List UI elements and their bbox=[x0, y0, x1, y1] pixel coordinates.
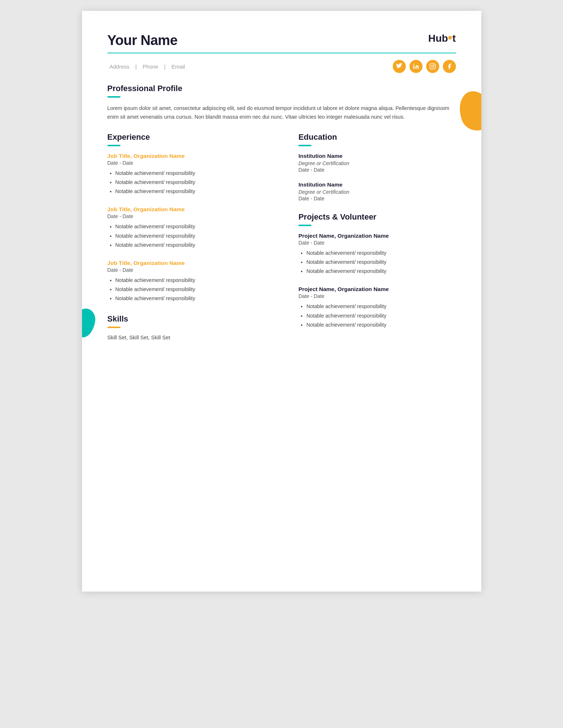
job-achievement-3-2: Notable achievement/ responsibility bbox=[115, 285, 281, 294]
header-divider bbox=[107, 53, 456, 53]
svg-point-2 bbox=[434, 65, 435, 65]
facebook-icon[interactable] bbox=[443, 60, 456, 73]
decorative-shape-teal bbox=[82, 307, 97, 339]
job-title-1: Job Title, Organization Name bbox=[107, 153, 281, 159]
hubspot-logo: Hubt bbox=[428, 33, 456, 44]
job-title-3: Job Title, Organization Name bbox=[107, 260, 281, 266]
project-date-2: Date - Date bbox=[298, 293, 456, 299]
experience-underline bbox=[107, 145, 121, 146]
project-title-2: Project Name, Organization Name bbox=[298, 286, 456, 293]
job-entry-3: Job Title, Organization Name Date - Date… bbox=[107, 260, 281, 303]
job-achievement-1-2: Notable achievement/ responsibility bbox=[115, 178, 281, 187]
job-title-2: Job Title, Organization Name bbox=[107, 206, 281, 213]
edu-date-1: Date - Date bbox=[298, 167, 456, 173]
left-column: Experience Job Title, Organization Name … bbox=[107, 132, 281, 340]
profile-section-title: Professional Profile bbox=[107, 84, 456, 93]
degree-1: Degree or Certification bbox=[298, 160, 456, 166]
job-achievement-1-1: Notable achievement/ responsibility bbox=[115, 169, 281, 178]
project-achievement-1-2: Notable achievement/ responsibility bbox=[306, 258, 456, 267]
edu-entry-2: Institution Name Degree or Certification… bbox=[298, 181, 456, 201]
right-column: Education Institution Name Degree or Cer… bbox=[298, 132, 456, 340]
job-list-1: Notable achievement/ responsibility Nota… bbox=[107, 169, 281, 196]
project-list-1: Notable achievement/ responsibility Nota… bbox=[298, 249, 456, 276]
project-achievement-2-1: Notable achievement/ responsibility bbox=[306, 302, 456, 311]
job-achievement-2-2: Notable achievement/ responsibility bbox=[115, 232, 281, 241]
education-underline bbox=[298, 145, 311, 146]
job-achievement-2-3: Notable achievement/ responsibility bbox=[115, 241, 281, 250]
header: Your Name Hubt bbox=[107, 33, 456, 48]
project-achievement-1-3: Notable achievement/ responsibility bbox=[306, 267, 456, 276]
contact-info: Address | Phone | Email bbox=[107, 64, 187, 70]
logo-dot bbox=[448, 36, 452, 40]
institution-2: Institution Name bbox=[298, 181, 456, 188]
instagram-icon[interactable] bbox=[426, 60, 439, 73]
contact-row: Address | Phone | Email bbox=[107, 60, 456, 73]
projects-underline bbox=[298, 225, 311, 226]
job-date-1: Date - Date bbox=[107, 160, 281, 166]
project-entry-2: Project Name, Organization Name Date - D… bbox=[298, 286, 456, 330]
projects-title: Projects & Volunteer bbox=[298, 212, 456, 222]
job-entry-2: Job Title, Organization Name Date - Date… bbox=[107, 206, 281, 250]
resume-page: Your Name Hubt Address | Phone | Email bbox=[82, 11, 481, 592]
linkedin-icon[interactable] bbox=[409, 60, 423, 73]
two-column-layout: Experience Job Title, Organization Name … bbox=[107, 132, 456, 340]
job-date-3: Date - Date bbox=[107, 267, 281, 273]
email: Email bbox=[171, 64, 185, 70]
project-title-1: Project Name, Organization Name bbox=[298, 233, 456, 239]
phone: Phone bbox=[143, 64, 158, 70]
projects-section: Projects & Volunteer Project Name, Organ… bbox=[298, 212, 456, 330]
edu-date-2: Date - Date bbox=[298, 196, 456, 201]
profile-section: Professional Profile Lorem ipsum dolor s… bbox=[107, 84, 456, 122]
job-list-3: Notable achievement/ responsibility Nota… bbox=[107, 276, 281, 303]
skills-section: Skills Skill Set, Skill Set, Skill Set bbox=[107, 314, 281, 340]
job-achievement-2-1: Notable achievement/ responsibility bbox=[115, 222, 281, 231]
address: Address bbox=[110, 64, 130, 70]
institution-1: Institution Name bbox=[298, 153, 456, 159]
degree-2: Degree or Certification bbox=[298, 189, 456, 195]
job-achievement-1-3: Notable achievement/ responsibility bbox=[115, 187, 281, 196]
svg-rect-0 bbox=[430, 64, 435, 69]
job-achievement-3-1: Notable achievement/ responsibility bbox=[115, 276, 281, 285]
decorative-shape-yellow bbox=[453, 86, 481, 135]
job-list-2: Notable achievement/ responsibility Nota… bbox=[107, 222, 281, 250]
project-achievement-2-2: Notable achievement/ responsibility bbox=[306, 311, 456, 320]
experience-title: Experience bbox=[107, 132, 281, 142]
job-achievement-3-3: Notable achievement/ responsibility bbox=[115, 294, 281, 303]
project-list-2: Notable achievement/ responsibility Nota… bbox=[298, 302, 456, 330]
svg-point-1 bbox=[432, 65, 434, 68]
social-icons bbox=[393, 60, 456, 73]
profile-body: Lorem ipsum dolor sit amet, consectetur … bbox=[107, 104, 456, 122]
experience-section: Experience Job Title, Organization Name … bbox=[107, 132, 281, 303]
education-title: Education bbox=[298, 132, 456, 142]
resume-name: Your Name bbox=[107, 33, 178, 48]
project-entry-1: Project Name, Organization Name Date - D… bbox=[298, 233, 456, 276]
project-date-1: Date - Date bbox=[298, 240, 456, 246]
separator-2: | bbox=[164, 64, 166, 70]
profile-underline bbox=[107, 96, 121, 98]
skills-list: Skill Set, Skill Set, Skill Set bbox=[107, 335, 281, 340]
project-achievement-1-1: Notable achievement/ responsibility bbox=[306, 249, 456, 258]
edu-entry-1: Institution Name Degree or Certification… bbox=[298, 153, 456, 173]
project-achievement-2-3: Notable achievement/ responsibility bbox=[306, 320, 456, 330]
education-section: Education Institution Name Degree or Cer… bbox=[298, 132, 456, 201]
job-entry-1: Job Title, Organization Name Date - Date… bbox=[107, 153, 281, 196]
separator-1: | bbox=[135, 64, 137, 70]
twitter-icon[interactable] bbox=[393, 60, 406, 73]
job-date-2: Date - Date bbox=[107, 213, 281, 219]
skills-title: Skills bbox=[107, 314, 281, 324]
skills-underline bbox=[107, 327, 121, 328]
